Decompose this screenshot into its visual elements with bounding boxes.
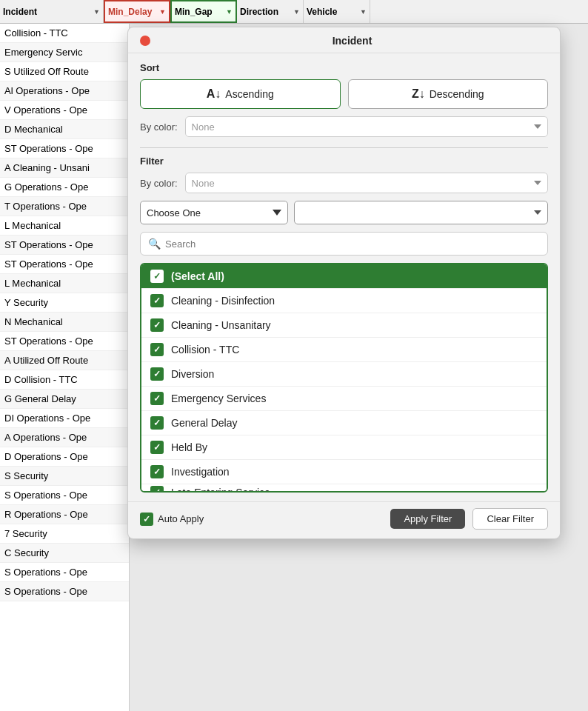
table-row: L Mechanical	[0, 216, 129, 236]
filter-list-item[interactable]: ✓Held By	[141, 435, 547, 460]
select-all-item[interactable]: ✓(Select All)	[141, 264, 547, 289]
ascending-label: Ascending	[225, 88, 273, 100]
auto-apply-check-icon: ✓	[143, 514, 150, 524]
sort-row: A↓ Ascending Z↓ Descending	[140, 79, 548, 109]
table-row: Y Security	[0, 293, 129, 313]
filter-item-label: Diversion	[171, 368, 214, 380]
table-row: D Collision - TTC	[0, 370, 129, 390]
descending-icon: Z↓	[412, 87, 425, 101]
filter-list-item[interactable]: ✓Cleaning - Disinfection	[141, 289, 547, 313]
col-min-gap[interactable]: Min_Gap ▼	[170, 0, 237, 23]
check-icon: ✓	[153, 393, 161, 404]
col-vehicle-label: Vehicle	[307, 7, 337, 17]
ascending-button[interactable]: A↓ Ascending	[140, 79, 341, 109]
filter-list-item[interactable]: ✓Emergency Services	[141, 387, 547, 411]
col-min-delay[interactable]: Min_Delay ▼	[104, 0, 170, 23]
table-row: Collision - TTC	[0, 24, 129, 43]
table-row: S Utilized Off Route	[0, 62, 129, 81]
check-icon: ✓	[153, 296, 161, 306]
table-row: G General Delay	[0, 390, 129, 409]
filter-list-item[interactable]: ✓Cleaning - Unsanitary	[141, 313, 547, 338]
sort-by-color-row: By color: None	[140, 116, 548, 137]
filter-list-item[interactable]: ✓General Delay	[141, 411, 547, 435]
filter-list-item[interactable]: ✓Late Entering Service	[141, 484, 547, 493]
checkbox: ✓	[150, 392, 164, 405]
table-row: S Operations - Ope	[0, 486, 129, 505]
table-row: S Security	[0, 467, 129, 486]
col-incident-arrow[interactable]: ▼	[93, 8, 100, 16]
search-icon: 🔍	[148, 238, 161, 250]
table-row: S Operations - Ope	[0, 582, 129, 601]
descending-label: Descending	[430, 88, 484, 100]
filter-list-item[interactable]: ✓Collision - TTC	[141, 338, 547, 362]
table-row: C Security	[0, 544, 129, 563]
filter-item-label: Collision - TTC	[171, 344, 239, 356]
sort-color-select[interactable]: None	[185, 116, 548, 137]
filter-by-color-label: By color:	[140, 178, 178, 189]
col-min-gap-arrow[interactable]: ▼	[226, 8, 233, 16]
filter-checklist: ✓(Select All)✓Cleaning - Disinfection✓Cl…	[140, 263, 548, 493]
table-row: DI Operations - Ope	[0, 409, 129, 428]
col-incident[interactable]: Incident ▼	[0, 0, 104, 23]
table-row: ST Operations - Ope	[0, 236, 129, 255]
filter-dropdowns-row: Choose One	[140, 201, 548, 224]
table-row: Emergency Servic	[0, 43, 129, 62]
table-header: Incident ▼ Min_Delay ▼ Min_Gap ▼ Directi…	[0, 0, 588, 24]
col-vehicle[interactable]: Vehicle ▼	[304, 0, 370, 23]
auto-apply-label: Auto Apply	[158, 513, 204, 524]
ascending-icon: A↓	[207, 87, 221, 101]
checkbox: ✓	[150, 270, 164, 283]
sort-by-color-label: By color:	[140, 121, 178, 133]
check-icon: ✓	[153, 344, 161, 355]
check-icon: ✓	[153, 271, 161, 281]
popup-footer: ✓ Auto Apply Apply Filter Clear Filter	[128, 501, 560, 538]
descending-button[interactable]: Z↓ Descending	[348, 79, 549, 109]
table-row: R Operations - Ope	[0, 505, 129, 524]
auto-apply-checkbox[interactable]: ✓	[140, 513, 153, 526]
col-incident-label: Incident	[3, 7, 37, 17]
divider	[140, 147, 548, 148]
col-direction[interactable]: Direction ▼	[237, 0, 304, 23]
sort-section-label: Sort	[140, 62, 548, 73]
table-row: S Operations - Ope	[0, 563, 129, 582]
col-min-gap-label: Min_Gap	[175, 7, 213, 17]
table-row: A Cleaning - Unsani	[0, 158, 129, 178]
check-icon: ✓	[153, 487, 161, 493]
filter-list-item[interactable]: ✓Diversion	[141, 362, 547, 387]
choose-one-select[interactable]: Choose One	[140, 201, 288, 224]
checkbox: ✓	[150, 294, 164, 307]
search-row: 🔍	[140, 232, 548, 256]
table-row: D Operations - Ope	[0, 447, 129, 467]
filter-item-label: Held By	[171, 441, 207, 453]
table-row: G Operations - Ope	[0, 178, 129, 197]
popup-dot	[140, 36, 150, 46]
filter-by-color-row: By color: None	[140, 173, 548, 193]
apply-filter-button[interactable]: Apply Filter	[390, 509, 465, 529]
col-direction-label: Direction	[240, 7, 278, 17]
second-filter-select[interactable]	[294, 201, 548, 224]
col-vehicle-arrow[interactable]: ▼	[360, 8, 367, 16]
check-icon: ✓	[153, 467, 161, 477]
table-row: 7 Security	[0, 524, 129, 544]
check-icon: ✓	[153, 442, 161, 453]
table-row: N Mechanical	[0, 313, 129, 332]
filter-item-label: Cleaning - Unsanitary	[171, 319, 271, 331]
search-input[interactable]	[165, 238, 540, 250]
filter-color-select[interactable]: None	[185, 173, 548, 193]
filter-item-label: Late Entering Service	[171, 487, 270, 493]
col-min-delay-arrow[interactable]: ▼	[159, 8, 166, 16]
table-row: V Operations - Ope	[0, 101, 129, 120]
filter-popup: Incident Sort A↓ Ascending Z↓ Descending…	[127, 27, 561, 539]
table-row: T Operations - Ope	[0, 197, 129, 216]
clear-filter-button[interactable]: Clear Filter	[472, 508, 548, 530]
filter-section-label: Filter	[140, 156, 548, 167]
table-row: A Operations - Ope	[0, 428, 129, 447]
check-icon: ✓	[153, 320, 161, 330]
col-min-delay-label: Min_Delay	[108, 7, 152, 17]
filter-item-label: Emergency Services	[171, 393, 266, 404]
table-row: ST Operations - Ope	[0, 332, 129, 351]
checkbox: ✓	[150, 441, 164, 454]
col-direction-arrow[interactable]: ▼	[293, 8, 300, 16]
filter-list-item[interactable]: ✓Investigation	[141, 460, 547, 484]
table-row: ST Operations - Ope	[0, 255, 129, 274]
